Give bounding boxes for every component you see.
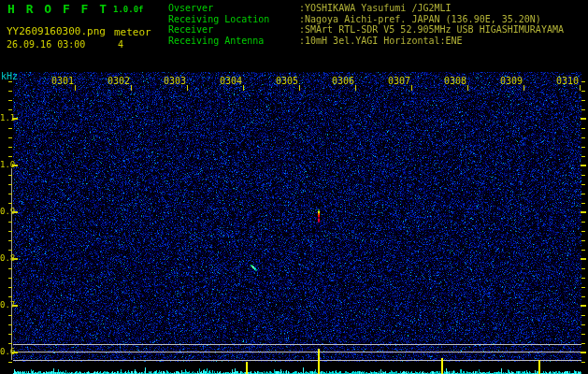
freq-label-0.9: 0.9 <box>0 207 12 216</box>
hrofft-window: H R O F F T 1.0.0f YY2609160300.png mete… <box>0 0 588 374</box>
freq-label-0.7: 0.7 <box>0 300 12 309</box>
meteor-count: 4 <box>118 39 123 50</box>
info-value: :SMArt RTL-SDR V5 52.905MHz USB HIGASHIM… <box>299 24 564 36</box>
mode-label: meteor <box>114 26 151 38</box>
info-row: Ovserver:YOSHIKAWA Yasufumi /JG2MLI <box>168 3 564 14</box>
info-label: Ovserver <box>168 3 299 14</box>
info-label: Receiving Location <box>168 14 299 25</box>
observer-info-block: Ovserver:YOSHIKAWA Yasufumi /JG2MLIRecei… <box>168 3 564 46</box>
time-label-0307: 0307 <box>388 76 410 86</box>
spectrogram-canvas <box>0 0 588 374</box>
freq-unit-label: kHz <box>1 71 18 81</box>
app-version: 1.0.0f <box>113 5 144 14</box>
freq-label-0.8: 0.8 <box>0 253 12 263</box>
freq-label-0.6: 0.6 <box>0 347 12 356</box>
output-filename: YY2609160300.png <box>7 25 106 37</box>
time-label-0310: 0310 <box>556 76 579 86</box>
info-row: Receiving Antenna:10mH 3el.YAGI Horizont… <box>168 36 564 47</box>
time-label-0303: 0303 <box>164 76 186 86</box>
freq-label-1.0: 1.0 <box>0 160 12 169</box>
time-label-0308: 0308 <box>444 76 466 86</box>
time-label-0306: 0306 <box>332 76 354 86</box>
time-label-0304: 0304 <box>220 76 242 86</box>
app-title: H R O F F T <box>7 2 108 16</box>
info-row: Receiver:SMArt RTL-SDR V5 52.905MHz USB … <box>168 24 564 36</box>
info-value: :YOSHIKAWA Yasufumi /JG2MLI <box>299 3 452 14</box>
info-row: Receiving Location:Nagoya Aichi-pref. JA… <box>168 14 564 25</box>
time-label-0305: 0305 <box>276 76 298 86</box>
freq-label-1.1: 1.1 <box>0 113 12 122</box>
info-value: :Nagoya Aichi-pref. JAPAN (136.90E, 35.2… <box>299 14 541 25</box>
info-label: Receiving Antenna <box>168 36 299 47</box>
time-label-0302: 0302 <box>108 76 130 86</box>
session-datetime: 26.09.16 03:00 <box>7 39 85 50</box>
info-value: :10mH 3el.YAGI Horizontal:ENE <box>299 36 463 47</box>
info-label: Receiver <box>168 24 299 36</box>
time-label-0301: 0301 <box>51 76 74 86</box>
time-label-0309: 0309 <box>500 76 523 86</box>
